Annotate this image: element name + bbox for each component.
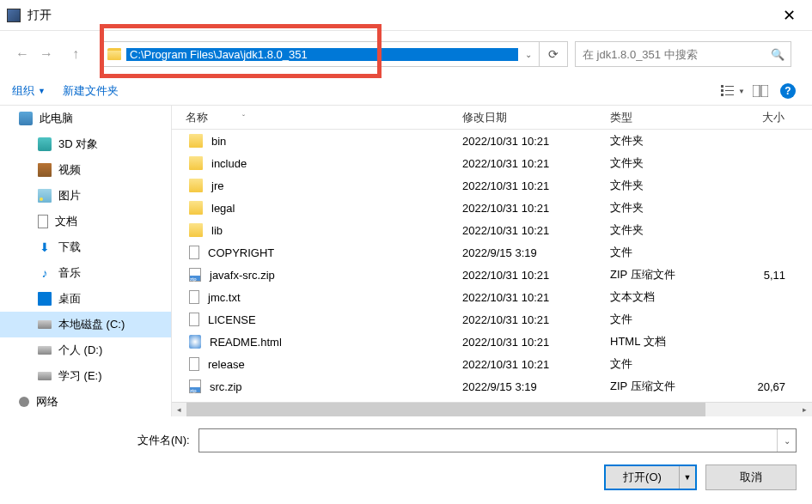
- file-name: README.html: [210, 336, 282, 349]
- file-rows[interactable]: bin2022/10/31 10:21文件夹include2022/10/31 …: [172, 130, 812, 402]
- file-date-cell: 2022/10/31 10:21: [454, 179, 601, 192]
- open-button-group: 打开(O) ▼: [604, 465, 697, 490]
- svg-rect-4: [721, 94, 723, 96]
- sidebar-item[interactable]: 图片: [0, 183, 171, 209]
- open-button[interactable]: 打开(O): [606, 466, 680, 489]
- file-type-cell: ZIP 压缩文件: [601, 379, 717, 394]
- scroll-right-button[interactable]: ▸: [797, 403, 812, 417]
- help-icon: ?: [780, 83, 796, 99]
- search-input[interactable]: [576, 48, 765, 61]
- new-folder-button[interactable]: 新建文件夹: [63, 83, 119, 99]
- file-name-cell: javafx-src.zip: [172, 268, 454, 282]
- file-date-cell: 2022/10/31 10:21: [454, 269, 601, 282]
- filename-dropdown[interactable]: ⌄: [777, 429, 796, 452]
- net-icon: [19, 397, 29, 407]
- svg-rect-1: [725, 86, 734, 87]
- 3d-icon: [38, 137, 52, 151]
- column-name[interactable]: 名称 ˇ: [172, 106, 454, 129]
- column-size[interactable]: 大小: [717, 106, 794, 129]
- file-type-cell: 文本文档: [601, 289, 717, 305]
- sidebar-item[interactable]: 视频: [0, 157, 171, 183]
- file-type-cell: 文件夹: [601, 155, 717, 171]
- sidebar-item-label: 图片: [58, 188, 81, 203]
- close-button[interactable]: ✕: [769, 2, 809, 29]
- file-date-cell: 2022/10/31 10:21: [454, 313, 601, 326]
- sidebar-item-label: 音乐: [58, 265, 81, 281]
- file-row[interactable]: src.zip2022/9/15 3:19ZIP 压缩文件20,67: [172, 375, 812, 398]
- organize-label: 组织: [12, 83, 34, 99]
- file-row[interactable]: javafx-src.zip2022/10/31 10:21ZIP 压缩文件5,…: [172, 264, 812, 286]
- navbar: ← → ↑ C:\Program Files\Java\jdk1.8.0_351…: [0, 31, 812, 77]
- filename-combo[interactable]: ⌄: [198, 428, 797, 452]
- forward-button[interactable]: →: [34, 42, 58, 66]
- preview-pane-button[interactable]: [748, 81, 772, 101]
- file-type-cell: 文件: [601, 245, 717, 260]
- sidebar-item[interactable]: 桌面: [0, 286, 171, 312]
- column-date[interactable]: 修改日期: [454, 106, 601, 129]
- address-text[interactable]: C:\Program Files\Java\jdk1.8.0_351: [126, 48, 518, 61]
- sidebar-item-label: 文档: [55, 214, 77, 229]
- search-icon[interactable]: 🔍: [765, 48, 791, 61]
- open-dropdown[interactable]: ▼: [680, 466, 695, 489]
- sidebar-item[interactable]: 此电脑: [0, 106, 171, 131]
- file-icon: [189, 246, 199, 259]
- sidebar-item-label: 下载: [58, 240, 81, 255]
- file-row[interactable]: include2022/10/31 10:21文件夹: [172, 152, 812, 174]
- scroll-left-button[interactable]: ◂: [172, 403, 186, 417]
- svg-rect-7: [761, 85, 768, 97]
- file-date-cell: 2022/10/31 10:21: [454, 224, 601, 237]
- sidebar-item[interactable]: 学习 (E:): [0, 363, 171, 389]
- sidebar-item[interactable]: ⬇下载: [0, 234, 171, 260]
- address-dropdown[interactable]: ⌄: [518, 42, 539, 66]
- sidebar-item[interactable]: 3D 对象: [0, 131, 171, 157]
- file-date-cell: 2022/9/15 3:19: [454, 380, 601, 393]
- filename-input[interactable]: [199, 434, 777, 447]
- button-row: 打开(O) ▼ 取消: [137, 465, 797, 490]
- sidebar-item[interactable]: 文档: [0, 209, 171, 234]
- file-date-cell: 2022/10/31 10:21: [454, 358, 601, 371]
- sidebar-item[interactable]: 网络: [0, 389, 171, 415]
- file-row[interactable]: COPYRIGHT2022/9/15 3:19文件: [172, 241, 812, 264]
- view-options-button[interactable]: ▼: [721, 81, 745, 101]
- bottom-panel: 文件名(N): ⌄ 打开(O) ▼ 取消: [0, 416, 812, 502]
- file-row[interactable]: release2022/10/31 10:21文件: [172, 353, 812, 375]
- file-type-cell: 文件夹: [601, 178, 717, 193]
- file-icon: [189, 179, 203, 192]
- back-button[interactable]: ←: [10, 42, 34, 66]
- file-name-cell: jmc.txt: [172, 290, 454, 304]
- scroll-track[interactable]: [186, 403, 797, 417]
- svg-rect-6: [753, 85, 760, 97]
- file-row[interactable]: bin2022/10/31 10:21文件夹: [172, 130, 812, 152]
- file-type-cell: 文件夹: [601, 222, 717, 238]
- dl-icon: ⬇: [38, 240, 52, 254]
- chevron-down-icon: ▼: [38, 87, 46, 95]
- file-name-cell: legal: [172, 201, 454, 215]
- sidebar-item[interactable]: 个人 (D:): [0, 337, 171, 363]
- file-row[interactable]: legal2022/10/31 10:21文件夹: [172, 197, 812, 219]
- refresh-button[interactable]: ⟳: [539, 41, 568, 67]
- organize-menu[interactable]: 组织 ▼: [12, 83, 46, 99]
- horizontal-scrollbar[interactable]: ◂ ▸: [172, 402, 812, 416]
- file-date-cell: 2022/10/31 10:21: [454, 291, 601, 304]
- sidebar[interactable]: 此电脑3D 对象视频图片文档⬇下载♪音乐桌面本地磁盘 (C:)个人 (D:)学习…: [0, 106, 172, 416]
- sidebar-item[interactable]: ♪音乐: [0, 260, 171, 286]
- file-size-cell: 5,11: [717, 269, 794, 282]
- file-icon: [189, 268, 201, 282]
- file-row[interactable]: README.html2022/10/31 10:21HTML 文档: [172, 331, 812, 353]
- file-row[interactable]: jre2022/10/31 10:21文件夹: [172, 174, 812, 197]
- file-row[interactable]: LICENSE2022/10/31 10:21文件: [172, 308, 812, 331]
- help-button[interactable]: ?: [776, 81, 800, 101]
- sidebar-item-label: 桌面: [58, 291, 81, 307]
- scroll-thumb[interactable]: [186, 403, 705, 417]
- cancel-button[interactable]: 取消: [705, 465, 797, 490]
- file-row[interactable]: jmc.txt2022/10/31 10:21文本文档: [172, 286, 812, 308]
- sidebar-item[interactable]: 本地磁盘 (C:): [0, 312, 171, 337]
- up-button[interactable]: ↑: [64, 42, 88, 66]
- file-name: javafx-src.zip: [210, 269, 275, 282]
- app-icon: [7, 9, 21, 22]
- file-row[interactable]: lib2022/10/31 10:21文件夹: [172, 219, 812, 241]
- address-bar[interactable]: C:\Program Files\Java\jdk1.8.0_351 ⌄: [101, 41, 540, 67]
- column-type[interactable]: 类型: [601, 106, 717, 129]
- file-icon: [189, 335, 201, 349]
- search-box[interactable]: 🔍: [575, 41, 791, 67]
